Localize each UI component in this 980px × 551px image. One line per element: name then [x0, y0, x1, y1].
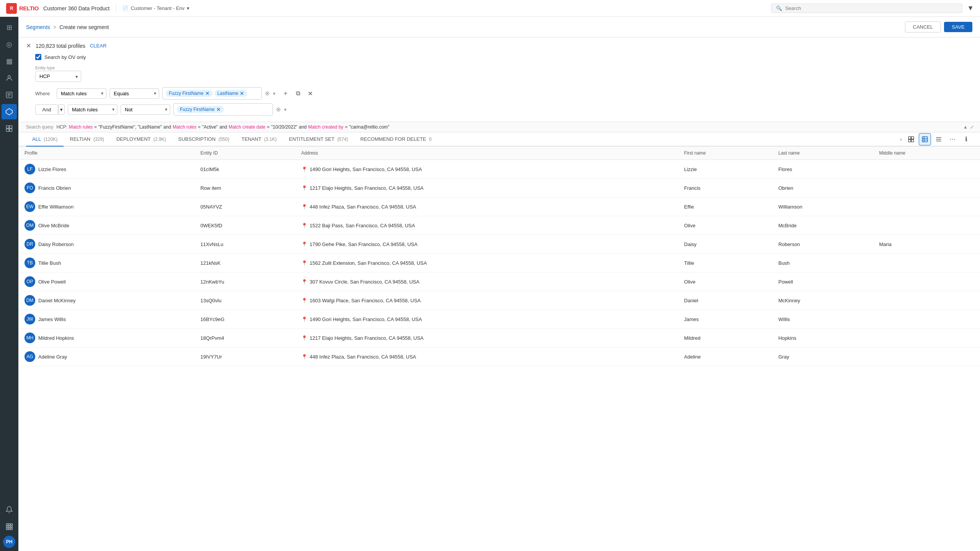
search-bar[interactable]: 🔍 — [771, 3, 962, 13]
search-input[interactable] — [785, 5, 957, 11]
rule1-actions: + ⧉ ✕ — [280, 88, 315, 99]
address-text: 448 Infez Plaza, San Francisco, CA 94558… — [310, 354, 416, 360]
tabs-bar: ALL (120K) RELTIAN (329) DEPLOYMENT (2.9… — [18, 132, 980, 147]
profile-avatar: DM — [24, 295, 35, 306]
cell-entity-id: 01cIM5k — [194, 160, 295, 179]
profile-avatar: JW — [24, 314, 35, 324]
table-row[interactable]: OM Olive McBride 0WEK5fD 📍 1522 Baji Pas… — [18, 216, 980, 235]
cell-address: 📍 1603 Wafgi Place, San Francisco, CA 94… — [295, 291, 678, 310]
profile-name: Daniel McKinney — [38, 298, 76, 303]
tab-nav-arrow[interactable]: › — [897, 134, 905, 144]
address-text: 1490 Gori Heights, San Francisco, CA 945… — [310, 316, 422, 322]
search-query-field-2: Match rules — [173, 124, 196, 130]
cell-entity-id: 19IVY7Ur — [194, 347, 295, 366]
card-view-button[interactable] — [905, 133, 917, 145]
tab-all-count: (120K) — [44, 137, 57, 142]
rule1-expand-icon[interactable]: ▾ — [273, 91, 276, 96]
logo-icon: R — [6, 3, 17, 14]
tab-tenant[interactable]: TENANT (3.1K) — [235, 132, 283, 147]
tab-entitlement-set[interactable]: ENTITLEMENT SET (574) — [283, 132, 354, 147]
cancel-button[interactable]: CANCEL — [905, 21, 941, 33]
table-row[interactable]: JW James Willis 16BYc9eG 📍 1490 Gori Hei… — [18, 310, 980, 329]
rule2-clear-icon[interactable]: ⊗ — [276, 106, 281, 113]
sidebar-item-analytics[interactable]: ◎ — [2, 37, 17, 52]
table-row[interactable]: DR Daisy Roberson 11XvNsLu 📍 1790 Gehe P… — [18, 235, 980, 254]
info-button[interactable]: ℹ — [960, 133, 972, 145]
table-view-button[interactable] — [919, 133, 931, 145]
rule2-operator-select[interactable]: Not — [121, 104, 170, 115]
sidebar-item-contacts[interactable] — [2, 70, 17, 86]
tab-deployment[interactable]: DEPLOYMENT (2.9K) — [110, 132, 172, 147]
sidebar-item-bell[interactable] — [2, 502, 17, 517]
tab-reltian-count: (329) — [93, 137, 104, 142]
profile-name: Daisy Roberson — [38, 241, 74, 247]
rule1-operator-select[interactable]: Equals — [109, 88, 159, 99]
rule2-connector-select[interactable]: Match rules — [68, 104, 118, 115]
breadcrumb-segments-link[interactable]: Segments — [26, 24, 50, 30]
tab-reltian[interactable]: RELTIAN (329) — [64, 132, 110, 147]
table-row[interactable]: EW Effie Williamson 05NAYVZ 📍 448 Infez … — [18, 197, 980, 216]
entity-type-select[interactable]: HCP — [35, 71, 81, 82]
search-query-bar: Search query HCP: Match rules = "FuzzyFi… — [18, 122, 980, 132]
tab-recommend-delete[interactable]: RECOMMEND FOR DELETE 0 — [354, 132, 438, 147]
address-text: 307 Kovuv Circle, San Francisco, CA 9455… — [310, 279, 420, 285]
rule2-expand-icon[interactable]: ▾ — [284, 107, 287, 112]
table-row[interactable]: FO Francis Obrien Row item 📍 1217 Elajo … — [18, 179, 980, 197]
search-by-ov-row: Search by OV only — [35, 54, 972, 60]
table-row[interactable]: DM Daniel McKinney 13sQ0vlu 📍 1603 Wafgi… — [18, 291, 980, 310]
sidebar-item-chart[interactable]: ▦ — [2, 54, 17, 69]
rule2-connector-wrap: Match rules — [68, 104, 118, 115]
profile-name: Tillie Bush — [38, 260, 61, 266]
profile-name: James Willis — [38, 316, 66, 322]
tag-remove-button[interactable]: ✕ — [240, 91, 244, 96]
tab-all[interactable]: ALL (120K) — [26, 132, 64, 147]
svg-rect-15 — [11, 526, 12, 527]
cell-middle-name — [873, 272, 980, 291]
tag-remove-button[interactable]: ✕ — [205, 91, 210, 96]
cell-last-name: Gray — [772, 347, 873, 366]
location-pin-icon: 📍 — [301, 298, 307, 303]
sidebar-item-reports[interactable] — [2, 87, 17, 103]
svg-rect-12 — [11, 524, 12, 525]
search-query-op-4: = — [345, 124, 348, 130]
save-button[interactable]: SAVE — [944, 22, 972, 32]
table-row[interactable]: AG Adeline Gray 19IVY7Ur 📍 448 Infez Pla… — [18, 347, 980, 366]
filter-panel: ✕ 120,823 total profiles CLEAR Search by… — [18, 37, 980, 122]
entity-type-row: Entity type HCP — [35, 65, 972, 82]
cell-first-name: Daisy — [678, 235, 772, 254]
expand-fullscreen-icon[interactable]: ⤢ — [970, 124, 974, 130]
sidebar-item-apps[interactable] — [2, 519, 17, 534]
sidebar-avatar[interactable]: PH — [3, 536, 15, 548]
filter-icon[interactable]: ▼ — [967, 4, 974, 12]
tag-remove-button[interactable]: ✕ — [216, 107, 221, 112]
rule1-tags-field[interactable]: Fuzzy FirstName ✕ LastName ✕ — [162, 87, 262, 99]
topbar-context[interactable]: 📄 Customer - Tenant - Env ▾ — [122, 5, 189, 11]
more-view-button[interactable]: ⋯ — [946, 133, 959, 145]
delete-rule-button[interactable]: ✕ — [305, 88, 315, 99]
sidebar-item-dashboard[interactable]: ⊞ — [2, 20, 17, 35]
rule2-tags-field[interactable]: Fuzzy FirstName ✕ — [173, 103, 273, 116]
and-dropdown-button[interactable]: ▾ — [58, 104, 65, 115]
add-rule-button[interactable]: + — [280, 88, 291, 99]
cell-first-name: Effie — [678, 197, 772, 216]
profile-avatar: OP — [24, 276, 35, 287]
search-by-ov-checkbox[interactable] — [35, 54, 41, 60]
sidebar-item-segments[interactable] — [2, 104, 17, 119]
tab-subscription[interactable]: SUBSCRIPTION (550) — [172, 132, 235, 147]
table-row[interactable]: OP Olive Powell 12nKwbYu 📍 307 Kovuv Cir… — [18, 272, 980, 291]
table-row[interactable]: TB Tillie Bush 121kNsK 📍 1562 Zulit Exte… — [18, 254, 980, 272]
copy-rule-button[interactable]: ⧉ — [292, 88, 303, 99]
address-text: 448 Infez Plaza, San Francisco, CA 94558… — [310, 204, 416, 210]
search-query-actions: ▲ ⤢ — [963, 124, 974, 130]
cell-entity-id: 16BYc9eG — [194, 310, 295, 329]
location-pin-icon: 📍 — [301, 204, 307, 210]
rule1-connector-select[interactable]: Match rules — [57, 88, 106, 99]
clear-button[interactable]: CLEAR — [90, 43, 106, 49]
filter-close-button[interactable]: ✕ — [26, 42, 31, 49]
collapse-icon[interactable]: ▲ — [963, 124, 968, 130]
sidebar-item-grid[interactable] — [2, 121, 17, 136]
rule1-clear-icon[interactable]: ⊗ — [265, 90, 270, 97]
list-view-button[interactable] — [933, 133, 945, 145]
table-row[interactable]: MH Mildred Hopkins 18QrPvm4 📍 1217 Elajo… — [18, 329, 980, 347]
table-row[interactable]: LF Lizzie Flores 01cIM5k 📍 1490 Gori Hei… — [18, 160, 980, 179]
